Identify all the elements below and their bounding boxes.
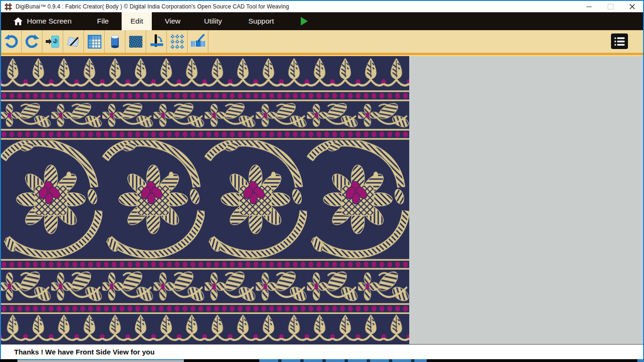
status-message: Thanks ! We have Front Side View for you: [14, 348, 155, 356]
menu-item-utility[interactable]: Utility: [197, 12, 229, 30]
strip-segment: [259, 359, 427, 362]
fabric-pattern-preview: [0, 56, 409, 344]
list-icon: [613, 36, 626, 47]
maximize-button[interactable]: [600, 1, 621, 12]
window-title: DigiBunai™ 0.9.4 : Fabric Creator( Body …: [16, 3, 289, 10]
menu-item-support[interactable]: Support: [241, 12, 281, 30]
menu-item-home-screen[interactable]: Home Screen: [7, 12, 79, 30]
toolbar-accent-line: [0, 53, 644, 56]
strip-segment: [184, 359, 259, 362]
menu-item-label: Edit: [131, 17, 143, 25]
yarn-spool-button[interactable]: [105, 30, 125, 53]
redo-button[interactable]: [22, 30, 42, 53]
strip-segment: [0, 359, 17, 362]
menu-item-label: Utility: [204, 17, 222, 25]
run-button[interactable]: [301, 12, 308, 30]
bottom-taskbar-sliver: [0, 359, 644, 362]
home-icon: [14, 17, 23, 25]
artwork-edit-button[interactable]: [188, 30, 208, 53]
import-design-icon: [45, 33, 61, 49]
minimize-button[interactable]: [578, 1, 600, 12]
strip-segment: [17, 359, 184, 362]
redo-icon: [24, 33, 40, 49]
toolbar-cells: [1, 30, 208, 53]
undo-icon: [3, 33, 19, 49]
grid-button[interactable]: [84, 30, 105, 53]
graph-edit-icon: [66, 33, 82, 49]
menu-item-file[interactable]: File: [90, 12, 116, 30]
artwork-edit-icon: [190, 33, 206, 49]
strip-segment: [637, 359, 644, 362]
window-border-left: [0, 0, 1, 359]
menu-item-label: Home Screen: [27, 17, 72, 25]
motif-repeat-icon: [169, 33, 185, 49]
menu-bar: Home Screen File Edit View Utility Suppo…: [0, 12, 644, 30]
motif-repeat-button[interactable]: [167, 30, 188, 53]
menu-item-label: File: [97, 17, 109, 25]
yarn-spool-icon: [107, 33, 123, 49]
import-design-button[interactable]: [42, 30, 63, 53]
toolbar: [0, 30, 644, 53]
fabric-canvas[interactable]: [0, 56, 644, 344]
title-bar: DigiBunai™ 0.9.4 : Fabric Creator( Body …: [0, 0, 644, 12]
menu-item-edit[interactable]: Edit: [122, 12, 152, 30]
properties-list-button[interactable]: [611, 33, 628, 49]
graph-edit-button[interactable]: [63, 30, 84, 53]
menu-item-view[interactable]: View: [157, 12, 187, 30]
app-logo-icon: [4, 3, 12, 11]
menu-item-label: View: [165, 17, 180, 25]
app-window: DigiBunai™ 0.9.4 : Fabric Creator( Body …: [0, 0, 644, 362]
grid-icon: [86, 33, 102, 49]
switch-side-button[interactable]: [146, 30, 167, 53]
close-icon: [629, 4, 635, 9]
window-controls: [578, 1, 643, 13]
play-triangle-icon: [301, 17, 308, 25]
undo-button[interactable]: [1, 30, 22, 53]
switch-side-icon: [149, 33, 165, 49]
status-bar: Thanks ! We have Front Side View for you: [0, 344, 644, 359]
weave-pattern-icon: [128, 33, 144, 49]
weave-pattern-button[interactable]: [125, 30, 146, 53]
close-button[interactable]: [621, 1, 643, 12]
menu-item-label: Support: [248, 17, 274, 25]
strip-segment: [427, 359, 637, 362]
